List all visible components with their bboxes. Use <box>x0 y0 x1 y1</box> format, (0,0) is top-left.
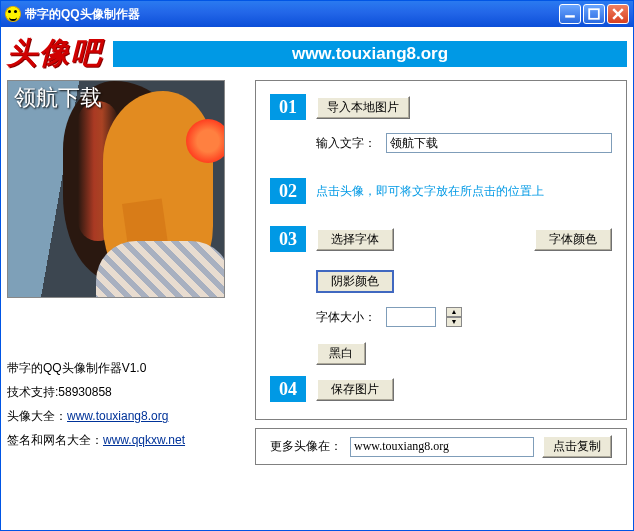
font-size-label: 字体大小： <box>316 309 376 326</box>
site-url-banner: www.touxiang8.org <box>113 41 627 67</box>
font-color-button[interactable]: 字体颜色 <box>534 228 612 251</box>
spin-up-button[interactable]: ▲ <box>446 307 462 317</box>
smiley-icon <box>5 6 21 22</box>
link-touxiang8[interactable]: www.touxiang8.org <box>67 409 168 423</box>
logo-text: 头像吧 <box>7 33 103 74</box>
steps-panel: 01 导入本地图片 输入文字： 02 点击头像，即可将文字放在所点击的位置上 <box>255 80 627 420</box>
portrait-image <box>8 81 224 297</box>
minimize-button[interactable] <box>559 4 581 24</box>
link-qqkxw[interactable]: www.qqkxw.net <box>103 433 185 447</box>
app-window: 带字的QQ头像制作器 头像吧 www.touxiang8.org 领航下载 <box>0 0 634 531</box>
font-size-input[interactable] <box>386 307 436 327</box>
banner: 头像吧 www.touxiang8.org <box>7 33 627 74</box>
text-input[interactable] <box>386 133 612 153</box>
step-01-badge: 01 <box>270 94 306 120</box>
window-title: 带字的QQ头像制作器 <box>25 6 140 23</box>
titlebar: 带字的QQ头像制作器 <box>1 1 633 27</box>
copy-button[interactable]: 点击复制 <box>542 435 612 458</box>
shadow-color-button[interactable]: 阴影颜色 <box>316 270 394 293</box>
font-size-stepper[interactable]: ▲ ▼ <box>446 307 462 327</box>
content-area: 头像吧 www.touxiang8.org 领航下载 带字的QQ头像制作器V1.… <box>1 27 633 530</box>
save-image-button[interactable]: 保存图片 <box>316 378 394 401</box>
step-04-badge: 04 <box>270 376 306 402</box>
spin-down-button[interactable]: ▼ <box>446 317 462 327</box>
import-image-button[interactable]: 导入本地图片 <box>316 96 410 119</box>
avatar-preview[interactable]: 领航下载 <box>7 80 225 298</box>
maximize-button[interactable] <box>583 4 605 24</box>
overlay-text: 领航下载 <box>14 83 102 113</box>
footer-panel: 更多头像在： 点击复制 <box>255 428 627 465</box>
choose-font-button[interactable]: 选择字体 <box>316 228 394 251</box>
input-text-label: 输入文字： <box>316 135 376 152</box>
info-block: 带字的QQ头像制作器V1.0 技术支持:58930858 头像大全：www.to… <box>7 356 237 452</box>
step-02-tip: 点击头像，即可将文字放在所点击的位置上 <box>316 183 544 200</box>
svg-rect-1 <box>589 9 599 19</box>
more-url-input[interactable] <box>350 437 534 457</box>
close-button[interactable] <box>607 4 629 24</box>
bw-button[interactable]: 黑白 <box>316 342 366 365</box>
step-03-badge: 03 <box>270 226 306 252</box>
footer-label: 更多头像在： <box>270 438 342 455</box>
step-02-badge: 02 <box>270 178 306 204</box>
